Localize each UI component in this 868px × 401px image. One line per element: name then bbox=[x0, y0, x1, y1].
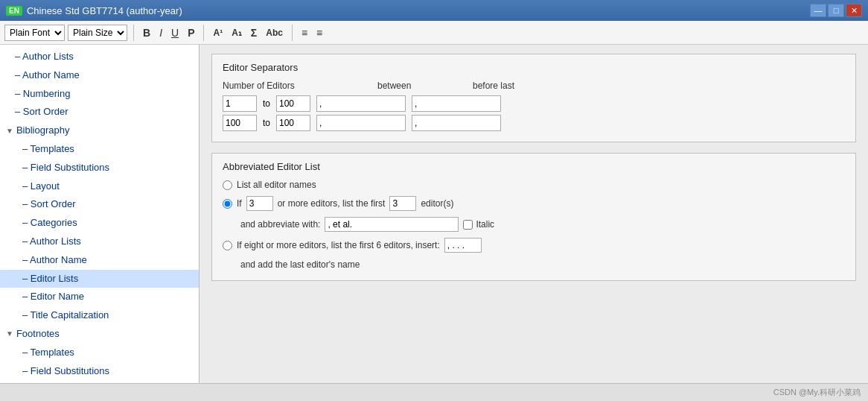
abbreviated-editor-list-section: Abbreviated Editor List List all editor … bbox=[211, 153, 856, 281]
tree-item-layout[interactable]: – Layout bbox=[0, 177, 199, 196]
list-all-label: List all editor names bbox=[237, 180, 316, 190]
superscript-button[interactable]: A¹ bbox=[210, 28, 226, 38]
tree-group-bibliography[interactable]: ▼ Bibliography bbox=[0, 121, 199, 140]
sep-row2-before-last[interactable]: , bbox=[412, 115, 501, 131]
sep-row2-between[interactable]: , bbox=[316, 115, 406, 131]
italic-button[interactable]: I bbox=[156, 27, 165, 39]
italic-checkbox[interactable] bbox=[463, 220, 473, 230]
list-all-row: List all editor names bbox=[223, 180, 845, 190]
eight-or-more-row: If eight or more editors, list the first… bbox=[223, 238, 845, 253]
abbreviate-with-row: and abbreviate with: Italic bbox=[240, 217, 845, 232]
toolbar: Plain Font Plain Size B I U P A¹ A₁ Σ Ab… bbox=[0, 21, 868, 45]
abbreviate-value-input[interactable] bbox=[325, 217, 459, 232]
right-panel: Editor Separators Number of Editors betw… bbox=[200, 45, 868, 383]
editor-separators-title: Editor Separators bbox=[223, 62, 845, 73]
add-last-label: and add the last editor's name bbox=[240, 259, 360, 270]
toolbar-separator-3 bbox=[292, 25, 293, 41]
title-bar-left: EN Chinese Std GBT7714 (author-year) bbox=[6, 5, 182, 16]
abbreviate-label: and abbreviate with: bbox=[240, 219, 320, 230]
subscript-button[interactable]: A₁ bbox=[229, 28, 245, 38]
font-select[interactable]: Plain Font bbox=[4, 25, 65, 41]
or-more-label: or more editors, list the first bbox=[278, 198, 386, 209]
col-number-header: Number of Editors bbox=[223, 80, 304, 91]
bold-button[interactable]: B bbox=[140, 27, 153, 39]
eight-or-more-radio[interactable] bbox=[223, 241, 232, 250]
tree-item-categories[interactable]: – Categories bbox=[0, 214, 199, 233]
tree-item-sort-order-2[interactable]: – Sort Order bbox=[0, 195, 199, 214]
tree-item-templates-1[interactable]: – Templates bbox=[0, 140, 199, 159]
tree-item-editor-name[interactable]: – Editor Name bbox=[0, 288, 199, 306]
sep-to-label-2: to bbox=[263, 118, 270, 128]
tree-item-sort-order-1[interactable]: – Sort Order bbox=[0, 103, 199, 121]
toolbar-separator-2 bbox=[203, 25, 204, 41]
tree-item-author-lists-2[interactable]: – Author Lists bbox=[0, 233, 199, 251]
minimize-button[interactable]: — bbox=[810, 4, 826, 17]
sep-row1-before-last[interactable]: , bbox=[412, 95, 501, 112]
sep-row2-to[interactable]: 100 bbox=[276, 115, 310, 131]
toolbar-separator-1 bbox=[133, 25, 134, 41]
tree-item-title-capitalization[interactable]: – Title Capitalization bbox=[0, 306, 199, 325]
abbreviated-options: List all editor names If or more editors… bbox=[223, 180, 845, 270]
eight-or-more-label: If eight or more editors, list the first… bbox=[237, 240, 440, 250]
app-badge: EN bbox=[6, 6, 22, 16]
first-value-input[interactable] bbox=[389, 196, 416, 211]
left-panel: – Author Lists – Author Name – Numbering… bbox=[0, 45, 200, 383]
align-left-button[interactable]: ≡ bbox=[299, 27, 310, 39]
sep-row2-from[interactable]: 100 bbox=[223, 115, 257, 131]
col-before-last-header: before last bbox=[473, 80, 562, 91]
close-button[interactable]: ✕ bbox=[846, 4, 862, 17]
italic-label: Italic bbox=[476, 219, 494, 230]
status-bar: CSDN @My.科研小菜鸡 bbox=[0, 383, 868, 401]
maximize-button[interactable]: □ bbox=[828, 4, 844, 17]
underline-button[interactable]: U bbox=[168, 27, 182, 39]
tree-item-editor-lists[interactable]: – Editor Lists bbox=[0, 270, 199, 288]
list-all-radio[interactable] bbox=[223, 180, 232, 190]
expand-icon-bibliography: ▼ bbox=[6, 125, 13, 137]
sep-to-label-1: to bbox=[263, 98, 270, 109]
tree-item-field-substitutions-2[interactable]: – Field Substitutions bbox=[0, 362, 199, 381]
expand-icon-footnotes: ▼ bbox=[6, 328, 13, 340]
abc-button[interactable]: Abc bbox=[263, 28, 286, 38]
if-value-input[interactable] bbox=[246, 196, 273, 211]
tree-item-templates-2[interactable]: – Templates bbox=[0, 344, 199, 362]
if-more-row: If or more editors, list the first edito… bbox=[223, 196, 845, 211]
title-bar: EN Chinese Std GBT7714 (author-year) — □… bbox=[0, 0, 868, 21]
align-right-button[interactable]: ≡ bbox=[313, 27, 325, 39]
tree-group-footnotes[interactable]: ▼ Footnotes bbox=[0, 325, 199, 344]
sigma-button[interactable]: Σ bbox=[248, 27, 260, 39]
plain-button[interactable]: P bbox=[185, 27, 197, 39]
main-layout: – Author Lists – Author Name – Numbering… bbox=[0, 45, 868, 383]
tree-item-author-name-1[interactable]: – Author Name bbox=[0, 66, 199, 85]
add-last-row: and add the last editor's name bbox=[240, 259, 845, 270]
tree-item-repeated-citations[interactable]: – Repeated Citations bbox=[0, 380, 199, 383]
sep-row1-from[interactable]: 1 bbox=[223, 95, 257, 112]
insert-value-input[interactable] bbox=[444, 238, 482, 253]
tree-item-numbering[interactable]: – Numbering bbox=[0, 85, 199, 104]
window-controls: — □ ✕ bbox=[810, 4, 862, 17]
abbreviated-editor-list-title: Abbreviated Editor List bbox=[223, 161, 845, 172]
tree: – Author Lists – Author Name – Numbering… bbox=[0, 45, 199, 383]
window-title: Chinese Std GBT7714 (author-year) bbox=[27, 5, 182, 16]
watermark: CSDN @My.科研小菜鸡 bbox=[773, 387, 861, 398]
italic-checkbox-row: Italic bbox=[463, 219, 494, 230]
size-select[interactable]: Plain Size bbox=[68, 25, 127, 41]
tree-item-author-lists-1[interactable]: – Author Lists bbox=[0, 48, 199, 66]
editors-label: editor(s) bbox=[421, 198, 453, 209]
if-label: If bbox=[237, 198, 242, 209]
tree-item-author-name-2[interactable]: – Author Name bbox=[0, 251, 199, 270]
sep-row1-to[interactable]: 100 bbox=[276, 95, 310, 112]
tree-item-field-substitutions-1[interactable]: – Field Substitutions bbox=[0, 159, 199, 177]
sep-row1-between[interactable]: , bbox=[316, 95, 406, 112]
col-between-header: between bbox=[377, 80, 467, 91]
editor-separators-section: Editor Separators Number of Editors betw… bbox=[211, 54, 856, 142]
if-more-radio[interactable] bbox=[223, 199, 232, 209]
